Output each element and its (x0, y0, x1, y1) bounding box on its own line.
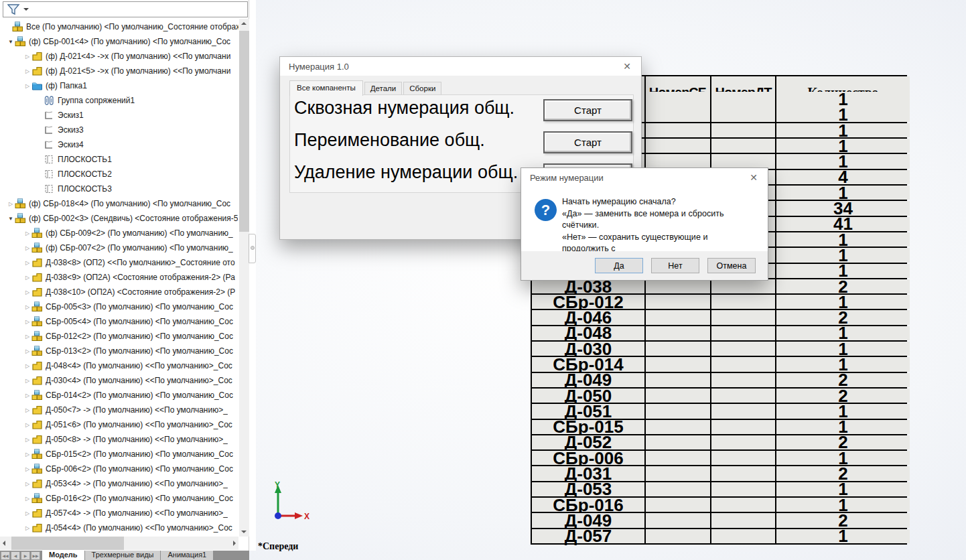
tree-item[interactable]: (ф) СБр-002<3> (Сендвичь) <Состояние ото… (0, 211, 238, 226)
tree-item[interactable]: СБр-013<2> (По умолчанию) <По умолчанию_… (0, 344, 238, 358)
tree-item[interactable]: (ф) Д-021<4> ->х (По умолчанию) <<По умо… (0, 49, 238, 64)
expand-arrow-icon[interactable] (23, 319, 31, 325)
tree-filter-bar[interactable] (3, 1, 248, 17)
tree-item[interactable]: Все (По умолчанию) <По умолчанию_Состоян… (0, 19, 238, 34)
close-icon[interactable] (619, 60, 635, 72)
tab-first-icon[interactable]: ◀◀ (1, 551, 10, 560)
tree-item[interactable]: (ф) Папка1 (0, 78, 238, 93)
expand-arrow-icon[interactable] (23, 496, 31, 502)
expand-arrow-icon[interactable] (23, 275, 31, 281)
tree-item[interactable]: Д-038<8> (ОП2) <<По умолчанию>_Состояние… (0, 255, 238, 270)
tree-item[interactable]: Эскиз4 (0, 137, 238, 152)
tree-item[interactable]: Д-054<4> (По умолчанию) <<По умолчанию>_… (0, 520, 238, 535)
expand-arrow-icon[interactable] (23, 334, 31, 340)
expand-arrow-icon[interactable] (23, 437, 31, 443)
tree-item[interactable]: Д-038<10> (ОП2А) <Состояние отображения-… (0, 285, 238, 299)
expand-arrow-icon[interactable] (23, 54, 31, 60)
tree-item[interactable]: ПЛОСКОСТЬ2 (0, 167, 238, 182)
tree-item[interactable]: Д-030<4> (По умолчанию) <<По умолчанию>_… (0, 373, 238, 388)
expand-arrow-icon[interactable] (23, 245, 31, 251)
tree-item[interactable]: Д-056<4> (По умолчанию) <По (0, 535, 238, 536)
expand-arrow-icon[interactable] (7, 216, 15, 222)
expand-arrow-icon[interactable] (7, 39, 15, 45)
scroll-down-icon[interactable] (241, 531, 247, 533)
close-icon[interactable] (746, 171, 762, 184)
document-tab[interactable]: Модель (42, 551, 84, 560)
tree-vertical-scrollbar[interactable] (239, 19, 249, 537)
mode-dialog-button-yes[interactable]: Да (595, 258, 643, 273)
tree-item[interactable]: СБр-012<2> (По умолчанию) <По умолчанию_… (0, 329, 238, 344)
expand-arrow-icon[interactable] (23, 348, 31, 354)
tree-item[interactable]: СБр-015<2> (По умолчанию) <По умолчанию_… (0, 447, 238, 462)
expand-arrow-icon[interactable] (23, 407, 31, 413)
sketch-icon (44, 125, 55, 135)
tree-item[interactable]: СБр-006<2> (По умолчанию) <По умолчанию_… (0, 462, 238, 476)
numbering-tab[interactable]: Сборки (403, 82, 441, 95)
tree-item[interactable]: Эскиз3 (0, 123, 238, 137)
expand-arrow-icon[interactable] (7, 201, 15, 207)
tab-next-icon[interactable]: ▶ (21, 551, 30, 560)
tree-item[interactable]: Д-050<7> -> (По умолчанию) <<По умолчани… (0, 403, 238, 417)
tree-item[interactable]: (ф) СБр-018<4> (По умолчанию) <По умолча… (0, 196, 238, 211)
expand-arrow-icon[interactable] (23, 378, 31, 384)
expand-arrow-icon[interactable] (23, 451, 31, 458)
scroll-left-icon[interactable] (3, 541, 5, 546)
panel-splitter[interactable] (249, 0, 256, 551)
tree-item[interactable]: СБр-014<2> (По умолчанию) <По умолчанию_… (0, 388, 238, 403)
tree-item[interactable]: Эскиз1 (0, 108, 238, 123)
start-button[interactable]: Старт (543, 131, 632, 153)
expand-arrow-icon[interactable] (23, 260, 31, 266)
numbering-tab[interactable]: Все компаненты (289, 80, 363, 96)
tree-item[interactable]: (ф) Д-021<5> ->х (По умолчанию) <<По умо… (0, 64, 238, 78)
expand-arrow-icon[interactable] (23, 510, 31, 516)
tree-item[interactable]: (ф) СБр-009<2> (По умолчанию) <По умолча… (0, 226, 238, 240)
expand-arrow-icon[interactable] (23, 230, 31, 236)
application-window: НомерСБНомерДТКоличество1111141344111Д-0… (0, 0, 966, 560)
tree-item[interactable]: Д-051<6> (По умолчанию) <<По умолчанию>_… (0, 417, 238, 432)
tree-item[interactable]: Д-048<4> (По умолчанию) <<По умолчанию>_… (0, 358, 238, 373)
expand-arrow-icon[interactable] (23, 422, 31, 428)
document-tab[interactable]: Трехмерные виды (84, 551, 161, 560)
tree-item[interactable]: СБр-005<3> (По умолчанию) <По умолчанию_… (0, 299, 238, 314)
expand-arrow-icon[interactable] (23, 466, 31, 472)
tree-item[interactable]: (ф) СБр-001<4> (По умолчанию) <По умолча… (0, 34, 238, 49)
tree-hscroll-thumb[interactable] (11, 537, 124, 550)
start-button[interactable]: Старт (543, 99, 632, 121)
mode-dialog-button-cancel[interactable]: Отмена (707, 258, 756, 273)
expand-arrow-icon[interactable] (23, 289, 31, 295)
tree-item[interactable]: Д-057<4> -> (По умолчанию) <<По умолчани… (0, 506, 238, 520)
numbering-dialog-titlebar[interactable]: Нумерация 1.0 (280, 57, 641, 76)
tree-item[interactable]: Д-038<9> (ОП2А) <Состояние отображения-2… (0, 270, 238, 285)
tree-item[interactable]: ПЛОСКОСТЬ1 (0, 152, 238, 167)
tree-horizontal-scrollbar[interactable] (0, 537, 238, 550)
tab-last-icon[interactable]: ▶▶ (31, 551, 40, 560)
expand-arrow-icon[interactable] (23, 481, 31, 487)
scroll-right-icon[interactable] (233, 541, 236, 546)
expand-arrow-icon[interactable] (23, 68, 31, 74)
scroll-up-icon[interactable] (241, 22, 247, 25)
expand-arrow-icon[interactable] (23, 304, 31, 310)
mode-dialog-button-no[interactable]: Нет (651, 258, 699, 273)
part-icon (31, 360, 43, 371)
tree-item[interactable]: (ф) СБр-007<2> (По умолчанию) <По умолча… (0, 240, 238, 255)
tree-item[interactable]: Д-053<4> -> (По умолчанию) <<По умолчани… (0, 476, 238, 491)
assembly-icon (12, 21, 23, 32)
expand-arrow-icon[interactable] (23, 83, 31, 89)
tree-vscroll-thumb[interactable] (239, 31, 249, 232)
triad-y-label: Y (275, 480, 280, 490)
expand-arrow-icon[interactable] (23, 393, 31, 399)
mode-dialog-titlebar[interactable]: Режим нумерации (521, 168, 768, 187)
tree-item[interactable]: Группа сопряжений1 (0, 93, 238, 108)
tree-item[interactable]: СБр-005<4> (По умолчанию) <По умолчанию_… (0, 314, 238, 329)
tree-item[interactable]: СБр-016<2> (По умолчанию) <По умолчанию_… (0, 491, 238, 506)
tree-item[interactable]: Д-050<8> -> (По умолчанию) <<По умолчани… (0, 432, 238, 447)
assembly-icon (31, 301, 43, 312)
document-tab[interactable]: Анимация1 (160, 551, 213, 560)
numbering-tab[interactable]: Детали (364, 82, 402, 95)
expand-arrow-icon[interactable] (23, 363, 31, 369)
tab-prev-icon[interactable]: ◀ (11, 551, 20, 560)
expand-arrow-icon[interactable] (23, 525, 31, 531)
tree-item[interactable]: ПЛОСКОСТЬ3 (0, 182, 238, 196)
panel-collapse-handle[interactable] (249, 234, 256, 263)
filter-dropdown-caret[interactable] (23, 8, 29, 13)
